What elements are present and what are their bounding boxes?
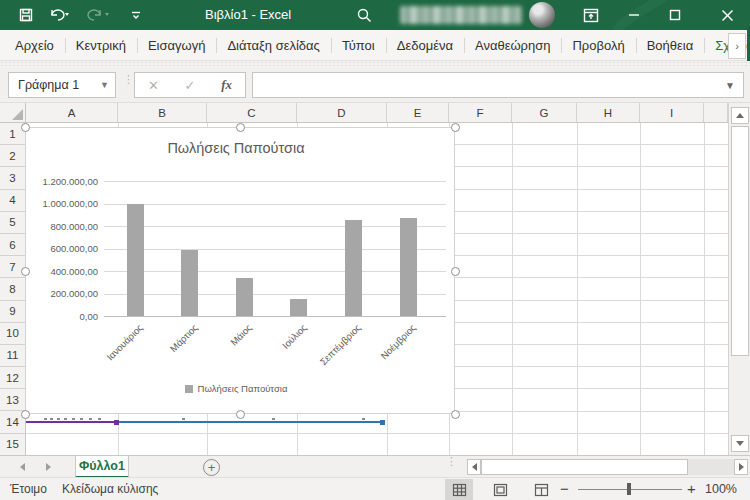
ribbon-tab-5[interactable]: Δεδομένα <box>386 30 464 61</box>
ribbon-tab-0[interactable]: Αρχείο <box>4 30 65 61</box>
maximize-icon[interactable] <box>661 0 689 30</box>
column-header-B[interactable]: B <box>118 103 207 122</box>
avatar[interactable] <box>529 2 555 28</box>
row-header-10[interactable]: 10 <box>0 323 25 345</box>
grid-line <box>577 123 578 455</box>
chart-gridline <box>104 316 446 317</box>
ribbon-tab-3[interactable]: Διάταξη σελίδας <box>216 30 330 61</box>
search-icon[interactable] <box>352 0 376 30</box>
row-header-5[interactable]: 5 <box>0 212 25 234</box>
row-header-2[interactable]: 2 <box>0 145 25 167</box>
zoom-out-button[interactable]: − <box>560 480 569 497</box>
enter-button[interactable]: ✓ <box>185 78 196 93</box>
column-header-I[interactable]: I <box>640 103 704 122</box>
category-range-handle[interactable] <box>114 420 119 425</box>
chart-object[interactable]: Πωλήσεις Παπούτσια 0,00200.000,00400.000… <box>25 127 455 414</box>
zoom-slider-handle[interactable] <box>627 483 631 495</box>
column-header-A[interactable]: A <box>26 103 118 122</box>
row-header-13[interactable]: 13 <box>0 389 25 411</box>
add-sheet-button[interactable]: + <box>203 459 220 476</box>
hidden-row-data-peek <box>80 418 83 420</box>
ribbon-tab-7[interactable]: Προβολή <box>561 30 635 61</box>
column-header-F[interactable]: F <box>449 103 512 122</box>
selection-handle[interactable] <box>21 123 30 132</box>
chevron-down-icon: ▼ <box>100 80 109 90</box>
hidden-row-data-peek <box>44 418 47 420</box>
row-header-7[interactable]: 7 <box>0 256 25 278</box>
scroll-down-button[interactable] <box>731 435 749 452</box>
view-page-break-button[interactable] <box>527 479 555 500</box>
column-headers: ABCDEFGHI <box>26 103 728 123</box>
column-header-E[interactable]: E <box>387 103 449 122</box>
selection-handle[interactable] <box>451 123 460 132</box>
y-axis-tick-label: 1.200.000,00 <box>28 176 98 187</box>
row-header-8[interactable]: 8 <box>0 278 25 300</box>
save-icon[interactable] <box>14 0 38 30</box>
scroll-left-button[interactable] <box>467 459 481 475</box>
minimize-icon[interactable] <box>620 0 648 30</box>
selection-handle[interactable] <box>236 123 245 132</box>
view-normal-button[interactable] <box>445 479 473 500</box>
horizontal-scroll-thumb[interactable] <box>481 459 688 475</box>
name-box[interactable]: Γράφημα 1 ▼ <box>8 72 116 98</box>
ribbon-tab-6[interactable]: Αναθεώρηση <box>464 30 562 61</box>
chart-bar-Νοέμβριος[interactable] <box>400 218 417 316</box>
zoom-in-button[interactable]: + <box>687 480 696 497</box>
column-header-partial[interactable] <box>704 103 728 122</box>
row-header-15[interactable]: 15 <box>0 434 25 455</box>
value-range-handle[interactable] <box>380 420 385 425</box>
ribbon-tab-2[interactable]: Εισαγωγή <box>137 30 216 61</box>
column-header-D[interactable]: D <box>297 103 387 122</box>
sheet-nav-left-icon[interactable] <box>14 459 30 475</box>
vertical-scrollbar[interactable] <box>728 103 750 455</box>
sheet-nav-right-icon[interactable] <box>40 459 56 475</box>
column-header-C[interactable]: C <box>207 103 297 122</box>
row-header-6[interactable]: 6 <box>0 234 25 256</box>
scroll-up-button[interactable] <box>731 107 749 124</box>
close-icon[interactable] <box>712 0 742 30</box>
ribbon-tab-1[interactable]: Κεντρική <box>65 30 137 61</box>
title-bar: Βιβλίο1 - Excel <box>0 0 750 30</box>
ribbon-overflow-chevron-icon[interactable]: › <box>728 33 746 59</box>
selection-handle[interactable] <box>21 267 30 276</box>
selection-handle[interactable] <box>451 410 460 419</box>
sheet-tab-active[interactable]: Φύλλο1 <box>75 456 129 478</box>
column-header-G[interactable]: G <box>512 103 577 122</box>
row-header-12[interactable]: 12 <box>0 367 25 389</box>
selection-handle[interactable] <box>236 410 245 419</box>
selection-handle[interactable] <box>451 267 460 276</box>
formula-input[interactable]: ▼ <box>252 72 744 98</box>
customize-quick-access-icon[interactable] <box>126 0 146 30</box>
ribbon-tab-4[interactable]: Τύποι <box>331 30 386 61</box>
undo-icon[interactable] <box>44 0 76 30</box>
row-header-4[interactable]: 4 <box>0 190 25 212</box>
chart-bar-Ιανουάριος[interactable] <box>127 204 144 317</box>
row-header-3[interactable]: 3 <box>0 167 25 189</box>
selection-handle[interactable] <box>21 410 30 419</box>
cancel-button[interactable]: ✕ <box>148 78 159 93</box>
ribbon-tab-8[interactable]: Βοήθεια <box>636 30 705 61</box>
chart-title[interactable]: Πωλήσεις Παπούτσια <box>26 140 446 156</box>
chart-bar-Σεπτέμβριος[interactable] <box>345 220 362 316</box>
zoom-level[interactable]: 100% <box>705 482 737 496</box>
chart-gridline <box>104 181 446 182</box>
expand-formula-bar-icon[interactable]: ▼ <box>725 80 735 91</box>
chart-bar-Μάιος[interactable] <box>236 278 253 316</box>
insert-function-button[interactable]: fx <box>221 77 232 93</box>
chart-bar-Ιούλιος[interactable] <box>290 299 307 316</box>
ribbon-display-options-icon[interactable] <box>579 0 603 30</box>
chart-gridline <box>104 249 446 250</box>
hidden-row-data-peek <box>57 418 60 420</box>
column-header-H[interactable]: H <box>577 103 640 122</box>
select-all-button[interactable] <box>0 103 26 123</box>
row-header-11[interactable]: 11 <box>0 345 25 367</box>
y-axis-tick-label: 1.000.000,00 <box>28 198 98 209</box>
redo-icon[interactable] <box>84 0 116 30</box>
hidden-row-data-peek <box>64 418 67 420</box>
row-header-9[interactable]: 9 <box>0 301 25 323</box>
view-page-layout-button[interactable] <box>486 479 514 500</box>
chart-bar-Μάρτιος[interactable] <box>181 250 198 316</box>
vertical-scroll-thumb[interactable] <box>731 126 749 356</box>
scroll-right-button[interactable] <box>734 459 748 475</box>
chart-legend[interactable]: Πωλήσεις Παπούτσια <box>26 383 446 394</box>
